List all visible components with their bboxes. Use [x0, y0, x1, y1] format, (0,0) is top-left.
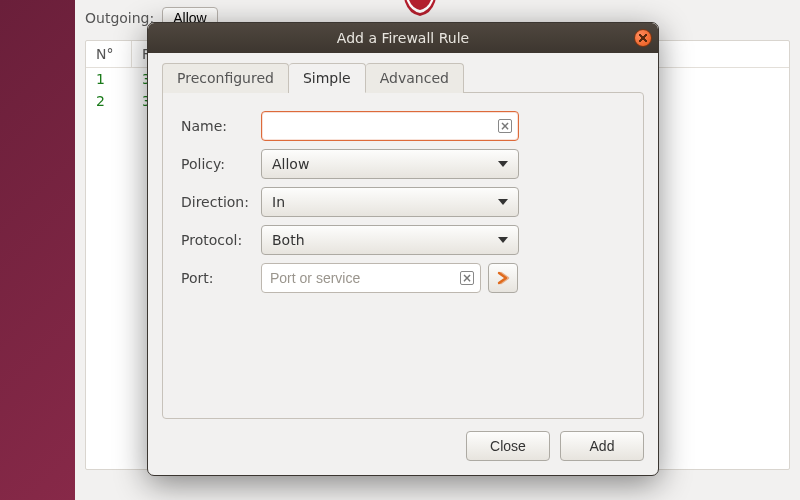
chevron-down-icon [498, 199, 508, 205]
protocol-select[interactable]: Both [261, 225, 519, 255]
direction-label: Direction: [181, 194, 261, 210]
arrow-right-icon [496, 271, 510, 285]
outgoing-label: Outgoing: [85, 10, 154, 26]
dialog-titlebar[interactable]: Add a Firewall Rule [148, 23, 658, 53]
port-label: Port: [181, 270, 261, 286]
policy-value: Allow [272, 156, 309, 172]
close-icon[interactable] [634, 29, 652, 47]
tab-preconfigured[interactable]: Preconfigured [162, 63, 289, 93]
tab-advanced[interactable]: Advanced [366, 63, 464, 93]
direction-value: In [272, 194, 285, 210]
add-rule-dialog: Add a Firewall Rule Preconfigured Simple… [147, 22, 659, 476]
port-input[interactable] [261, 263, 481, 293]
direction-select[interactable]: In [261, 187, 519, 217]
close-button[interactable]: Close [466, 431, 550, 461]
port-lookup-button[interactable] [488, 263, 518, 293]
add-button[interactable]: Add [560, 431, 644, 461]
policy-label: Policy: [181, 156, 261, 172]
dialog-title: Add a Firewall Rule [337, 30, 469, 46]
name-label: Name: [181, 118, 261, 134]
shield-icon [401, 0, 439, 16]
chevron-down-icon [498, 237, 508, 243]
col-number[interactable]: N° [86, 41, 132, 67]
protocol-label: Protocol: [181, 232, 261, 248]
tabpanel-simple: Name: Policy: Allow Direction: In [162, 92, 644, 419]
chevron-down-icon [498, 161, 508, 167]
policy-select[interactable]: Allow [261, 149, 519, 179]
protocol-value: Both [272, 232, 305, 248]
tabstrip: Preconfigured Simple Advanced [162, 63, 644, 93]
name-input[interactable] [261, 111, 519, 141]
tab-simple[interactable]: Simple [289, 63, 366, 93]
